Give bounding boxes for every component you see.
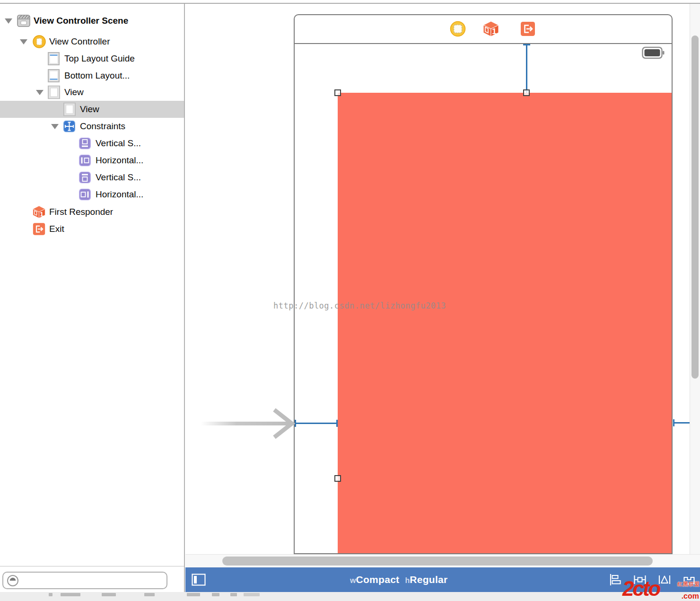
constraint-line-trailing-space[interactable] — [673, 422, 690, 424]
dock-first-responder-icon[interactable]: 1 — [482, 20, 499, 37]
2cto-logo: 红黑联盟 2cto .com — [622, 577, 700, 601]
clipped-text-fragment — [49, 593, 52, 596]
clipped-text-fragment — [144, 593, 155, 596]
filter-input[interactable] — [22, 574, 161, 588]
resize-handle-top-middle[interactable] — [523, 89, 530, 96]
size-class-label[interactable]: wCompacthRegular — [350, 574, 447, 585]
dock-exit-icon[interactable] — [520, 21, 535, 36]
outline-label: Top Layout Guide — [64, 53, 135, 64]
battery-icon — [642, 46, 665, 60]
outline-toggle-icon[interactable] — [192, 574, 206, 586]
view-controller-icon — [33, 35, 46, 48]
outline-row-view[interactable]: View — [0, 84, 185, 101]
width-class-value: Compact — [356, 574, 399, 585]
outline-label: Exit — [49, 224, 64, 234]
outline-row-constraint-vertical-1[interactable]: Vertical S... — [0, 135, 185, 152]
height-class-prefix: h — [405, 576, 410, 584]
exit-icon — [33, 223, 45, 236]
filter-icon[interactable] — [7, 574, 19, 587]
constraint-line-leading-space[interactable] — [295, 423, 338, 424]
outline-row-constraint-horizontal-2[interactable]: Horizontal... — [0, 186, 185, 203]
outline-label: View — [80, 104, 99, 115]
svg-text:1: 1 — [40, 211, 44, 218]
outline-label: Horizontal... — [96, 155, 143, 166]
outline-label: Bottom Layout... — [64, 71, 130, 81]
bottom-strip — [0, 592, 700, 601]
xcode-interface-builder: View Controller Scene View Controller To… — [0, 0, 700, 601]
outline-row-constraints[interactable]: Constraints — [0, 118, 185, 135]
constraint-line-top-space[interactable] — [526, 44, 527, 93]
constraints-icon — [63, 121, 75, 133]
outline-row-scene[interactable]: View Controller Scene — [0, 12, 185, 29]
outline-label: Constraints — [80, 121, 125, 132]
outline-filter-field[interactable] — [2, 572, 167, 589]
2cto-logo-cn-text: 红黑联盟 — [677, 582, 700, 587]
horizontal-scrollbar-thumb[interactable] — [222, 557, 653, 566]
constraint-cap — [673, 419, 674, 426]
view-icon — [48, 86, 60, 99]
svg-text:1: 1 — [492, 27, 496, 36]
outline-filter-area — [0, 566, 184, 592]
width-class-prefix: w — [350, 576, 356, 584]
first-responder-cube-icon: 1 — [32, 205, 46, 219]
outline-row-constraint-vertical-2[interactable]: Vertical S... — [0, 169, 185, 186]
align-icon[interactable] — [609, 574, 622, 586]
outline-row-view-child[interactable]: View — [0, 101, 185, 118]
clipped-text-fragment — [212, 593, 219, 596]
clipped-text-fragment — [102, 593, 116, 596]
clipped-text-fragment — [61, 593, 80, 596]
view-icon — [63, 103, 76, 116]
height-class-value: Regular — [410, 574, 447, 585]
clipped-text-fragment — [187, 593, 200, 596]
outline-label: First Responder — [49, 207, 113, 217]
constraint-vertical-space-icon — [79, 172, 91, 184]
outline-row-top-layout-guide[interactable]: Top Layout Guide — [0, 50, 185, 67]
outline-label: View Controller Scene — [34, 16, 128, 26]
document-outline: View Controller Scene View Controller To… — [0, 4, 185, 566]
outline-label: View Controller — [49, 36, 110, 47]
constraint-vertical-space-icon — [79, 138, 91, 150]
dock-view-controller-icon[interactable] — [450, 21, 466, 37]
watermark-url: http://blog.csdn.net/lizhongfu2013 — [273, 301, 446, 310]
2cto-logo-tld: .com — [682, 592, 699, 600]
outline-label: Horizontal... — [96, 189, 143, 200]
disclosure-triangle[interactable] — [5, 18, 12, 24]
pointer-arrow-icon — [201, 406, 296, 441]
scene-icon — [17, 15, 30, 27]
constraint-horizontal-space-icon — [79, 155, 91, 167]
clipped-text-fragment — [230, 593, 237, 596]
2cto-logo-brand: 2cto — [622, 578, 659, 599]
disclosure-triangle[interactable] — [20, 39, 27, 44]
clipped-text-fragment — [244, 593, 260, 596]
resize-handle-top-left[interactable] — [334, 89, 341, 96]
selected-view[interactable] — [338, 93, 672, 553]
outline-label: Vertical S... — [96, 172, 141, 183]
outline-label: View — [64, 87, 84, 97]
disclosure-triangle[interactable] — [51, 124, 59, 129]
constraint-horizontal-space-icon — [79, 189, 91, 201]
vertical-scrollbar-thumb[interactable] — [691, 35, 699, 379]
outline-row-first-responder[interactable]: 1 First Responder — [0, 203, 185, 221]
dock-divider — [295, 43, 672, 44]
bottom-layout-guide-icon — [48, 69, 60, 82]
top-layout-guide-icon — [48, 52, 60, 65]
resize-handle-middle-left[interactable] — [334, 475, 341, 482]
outline-row-constraint-horizontal-1[interactable]: Horizontal... — [0, 152, 185, 169]
constraint-cap — [523, 44, 530, 45]
outline-label: Vertical S... — [96, 138, 141, 149]
outline-row-bottom-layout-guide[interactable]: Bottom Layout... — [0, 67, 185, 84]
outline-row-view-controller[interactable]: View Controller — [0, 33, 185, 50]
disclosure-triangle[interactable] — [36, 90, 44, 95]
outline-row-exit[interactable]: Exit — [0, 221, 185, 238]
sidebar-divider — [184, 4, 185, 592]
constraint-cap — [336, 420, 338, 427]
view-controller-canvas[interactable]: 1 — [294, 14, 673, 554]
